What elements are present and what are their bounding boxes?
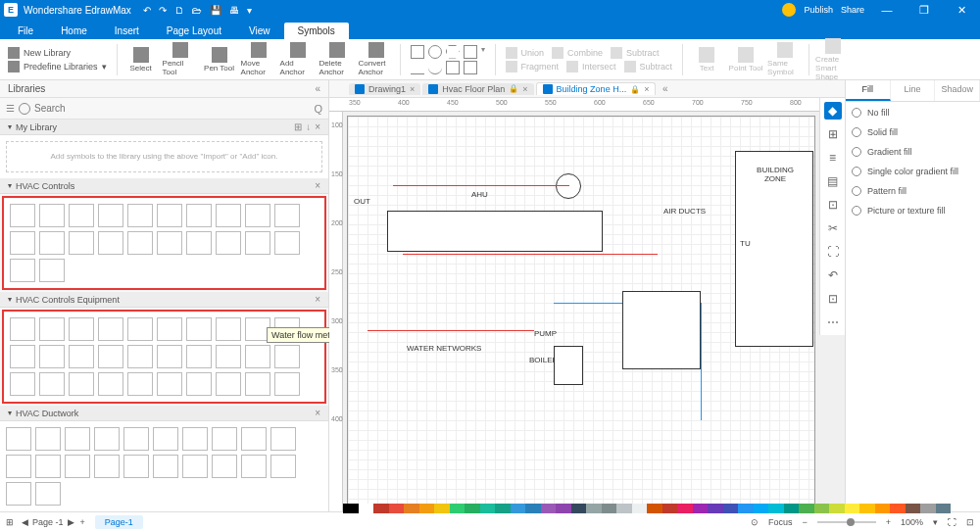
- close-icon[interactable]: ✕: [947, 4, 976, 17]
- symbol-item[interactable]: [39, 372, 65, 396]
- color-swatch[interactable]: [738, 504, 754, 513]
- symbol-item[interactable]: [65, 427, 90, 451]
- color-swatch[interactable]: [556, 504, 571, 513]
- collapse-icon[interactable]: «: [315, 83, 320, 94]
- symbol-item[interactable]: [153, 455, 178, 478]
- maximize-icon[interactable]: ❐: [909, 4, 939, 17]
- symbol-item[interactable]: [245, 204, 270, 227]
- new-library-button[interactable]: New Library: [8, 47, 107, 59]
- ahu-box[interactable]: [387, 211, 603, 252]
- single-gradient-fill-option[interactable]: Single color gradient fill: [852, 167, 974, 176]
- color-swatch[interactable]: [541, 504, 557, 513]
- symbol-item[interactable]: [65, 455, 90, 478]
- symbol-item[interactable]: [186, 317, 212, 341]
- color-swatch[interactable]: [450, 504, 466, 513]
- symbol-item[interactable]: [216, 345, 241, 368]
- same-symbol-tool[interactable]: Same Symbol: [767, 42, 803, 76]
- color-swatch[interactable]: [662, 504, 678, 513]
- symbol-item[interactable]: [186, 231, 212, 255]
- symbol-item[interactable]: [216, 204, 241, 227]
- color-swatch[interactable]: [708, 504, 723, 513]
- symbol-item[interactable]: [98, 345, 123, 368]
- user-avatar-icon[interactable]: [782, 3, 796, 17]
- zoom-in-icon[interactable]: +: [886, 517, 891, 527]
- color-swatch[interactable]: [875, 504, 891, 513]
- color-swatch[interactable]: [647, 504, 662, 513]
- symbol-item[interactable]: [127, 345, 153, 368]
- color-swatch[interactable]: [495, 504, 511, 513]
- library-scroll[interactable]: ▾ My Library ⊞↓× Add symbols to the libr…: [0, 120, 328, 511]
- zoom-out-icon[interactable]: −: [802, 517, 807, 527]
- search-help-icon[interactable]: Q: [314, 103, 322, 115]
- zone-box[interactable]: [622, 291, 701, 369]
- hvac-controls-header[interactable]: ▾ HVAC Controls ×: [0, 178, 328, 194]
- color-swatch[interactable]: [632, 504, 648, 513]
- symbol-item[interactable]: [10, 345, 35, 368]
- color-swatch[interactable]: [343, 504, 359, 513]
- page-tab[interactable]: Page-1: [95, 515, 143, 529]
- save-icon[interactable]: 💾: [210, 5, 221, 16]
- redo-icon[interactable]: ↷: [159, 5, 167, 16]
- pen-tool[interactable]: Pen Tool: [202, 47, 237, 72]
- search-input[interactable]: [34, 103, 314, 114]
- close-section-icon[interactable]: ×: [315, 180, 320, 191]
- solid-fill-option[interactable]: Solid fill: [852, 127, 974, 137]
- symbol-item[interactable]: [35, 482, 61, 506]
- fragment-button[interactable]: Fragment: [506, 61, 560, 72]
- print-icon[interactable]: 🖶: [229, 5, 239, 16]
- qat-dropdown-icon[interactable]: ▾: [247, 5, 252, 16]
- text-tool[interactable]: Text: [689, 47, 724, 72]
- shape-arrow[interactable]: [464, 61, 477, 74]
- symbol-item[interactable]: [216, 372, 241, 396]
- symbol-item[interactable]: [270, 455, 296, 478]
- side-more-icon[interactable]: ⋯: [824, 314, 842, 331]
- color-swatch[interactable]: [920, 504, 936, 513]
- symbol-item[interactable]: [245, 345, 270, 368]
- symbol-item[interactable]: [186, 345, 212, 368]
- side-align-icon[interactable]: ⊡: [824, 196, 842, 214]
- boiler-box[interactable]: [554, 346, 583, 385]
- fill-tab[interactable]: Fill: [846, 80, 891, 101]
- symbol-item[interactable]: [241, 455, 267, 478]
- symbol-item[interactable]: [270, 427, 296, 451]
- close-section-icon[interactable]: ×: [315, 408, 320, 418]
- symbol-item[interactable]: [182, 427, 208, 451]
- symbol-item[interactable]: [10, 204, 35, 227]
- symbol-item[interactable]: [157, 204, 182, 227]
- shapes-more-icon[interactable]: ▾: [481, 45, 485, 59]
- color-swatch[interactable]: [890, 504, 906, 513]
- color-swatch[interactable]: [616, 504, 632, 513]
- symbol-item[interactable]: [274, 231, 300, 255]
- symbol-item[interactable]: [98, 317, 123, 341]
- subtract-button[interactable]: Subtract: [611, 47, 660, 59]
- color-swatch[interactable]: [723, 504, 739, 513]
- symbol-item[interactable]: [39, 204, 65, 227]
- publish-button[interactable]: Publish: [804, 5, 833, 15]
- color-swatch[interactable]: [511, 504, 526, 513]
- color-swatch[interactable]: [829, 504, 845, 513]
- doc-tab-building-zone[interactable]: Building Zone H...🔒×: [536, 82, 657, 95]
- color-swatch[interactable]: [602, 504, 617, 513]
- color-swatch[interactable]: [768, 504, 784, 513]
- tab-page-layout[interactable]: Page Layout: [153, 23, 235, 39]
- color-swatch[interactable]: [404, 504, 419, 513]
- side-crop-icon[interactable]: ✂: [824, 219, 842, 237]
- symbol-item[interactable]: [127, 231, 153, 255]
- doc-tab-drawing1[interactable]: Drawing1×: [349, 83, 420, 95]
- symbol-item[interactable]: [69, 231, 94, 255]
- shape-circle[interactable]: [428, 45, 442, 59]
- shape-square[interactable]: [411, 45, 424, 59]
- fullscreen-icon[interactable]: ⊡: [966, 517, 974, 527]
- undo-icon[interactable]: ↶: [143, 5, 151, 16]
- symbol-item[interactable]: [216, 317, 241, 341]
- import-icon[interactable]: ↓: [306, 121, 311, 132]
- symbol-item[interactable]: [35, 455, 61, 478]
- symbol-item[interactable]: [274, 372, 300, 396]
- zoom-dropdown-icon[interactable]: ▾: [933, 517, 938, 527]
- symbol-item[interactable]: [182, 455, 208, 478]
- symbol-item[interactable]: [274, 204, 300, 227]
- side-expand-icon[interactable]: ⛶: [824, 243, 842, 261]
- color-swatch[interactable]: [754, 504, 769, 513]
- intersect-button[interactable]: Intersect: [566, 61, 616, 72]
- symbol-item[interactable]: [127, 204, 153, 227]
